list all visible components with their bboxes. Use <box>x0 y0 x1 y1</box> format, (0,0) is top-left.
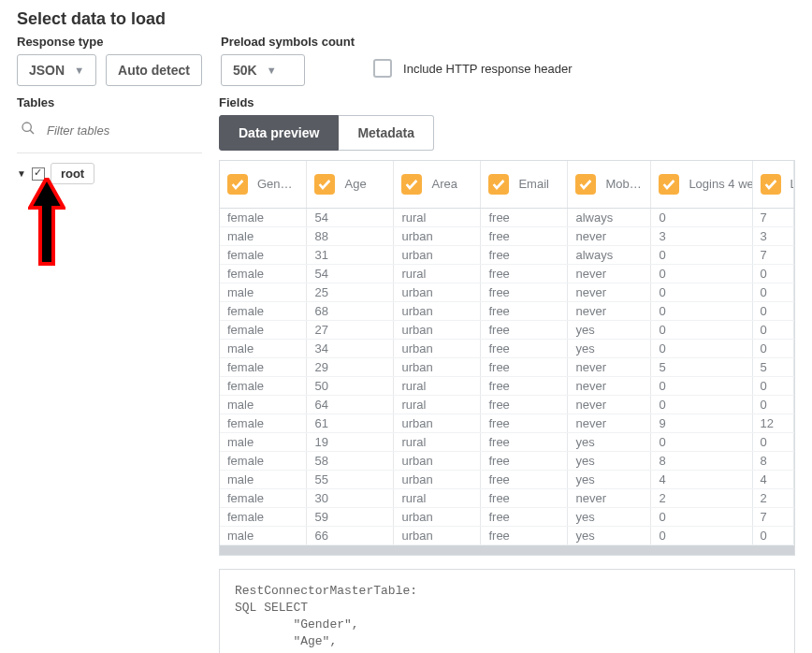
column-checkbox[interactable] <box>659 174 679 195</box>
column-checkbox[interactable] <box>488 174 509 195</box>
table-row: female30ruralfreenever22 <box>220 488 794 507</box>
table-cell: 4 <box>752 470 793 488</box>
column-header[interactable]: Age <box>307 161 394 208</box>
load-script-preview: RestConnectorMasterTable: SQL SELECT "Ge… <box>219 569 795 654</box>
column-header[interactable]: Gen… <box>220 161 307 208</box>
table-cell: 31 <box>307 245 394 264</box>
table-cell: never <box>568 357 651 376</box>
column-checkbox[interactable] <box>761 174 781 195</box>
table-cell: 9 <box>651 414 752 432</box>
table-row: male64ruralfreenever00 <box>220 395 794 414</box>
table-cell: 30 <box>307 488 394 507</box>
table-cell: 61 <box>307 414 394 432</box>
table-cell: never <box>568 376 651 395</box>
table-cell: 5 <box>752 357 793 376</box>
table-cell: free <box>481 414 568 432</box>
auto-detect-button[interactable]: Auto detect <box>106 54 202 86</box>
tab-data-preview[interactable]: Data preview <box>219 115 339 151</box>
table-cell: yes <box>568 451 651 470</box>
table-row: male88urbanfreenever33 <box>220 226 794 245</box>
table-cell: female <box>220 357 307 376</box>
table-row: female68urbanfreenever00 <box>220 301 794 320</box>
table-cell: 25 <box>307 283 394 301</box>
table-cell: free <box>481 451 568 470</box>
table-cell: 0 <box>752 301 793 320</box>
table-cell: female <box>220 301 307 320</box>
svg-line-1 <box>30 130 34 134</box>
root-checkbox[interactable] <box>32 167 45 181</box>
http-header-checkbox[interactable] <box>373 59 392 78</box>
fields-label: Fields <box>219 95 795 109</box>
table-cell: 58 <box>307 451 394 470</box>
preload-count-select[interactable]: 50K ▼ <box>221 54 305 86</box>
column-checkbox[interactable] <box>575 174 596 195</box>
tab-metadata[interactable]: Metadata <box>339 115 434 151</box>
column-checkbox[interactable] <box>227 174 248 195</box>
table-cell: female <box>220 414 307 432</box>
column-checkbox[interactable] <box>401 174 422 195</box>
table-cell: 54 <box>307 208 394 226</box>
table-cell: 0 <box>752 320 793 339</box>
table-cell: female <box>220 488 307 507</box>
table-cell: rural <box>394 264 481 283</box>
http-header-label: Include HTTP response header <box>403 62 572 76</box>
filter-tables-input[interactable] <box>45 123 176 138</box>
table-cell: 0 <box>752 395 793 414</box>
table-cell: 55 <box>307 470 394 488</box>
table-cell: never <box>568 301 651 320</box>
column-header[interactable]: Email <box>481 161 568 208</box>
table-cell: 0 <box>651 208 752 226</box>
column-header[interactable]: Mob… <box>568 161 651 208</box>
search-icon <box>21 121 36 139</box>
tables-label: Tables <box>17 95 202 109</box>
table-cell: 4 <box>651 470 752 488</box>
table-row: female29urbanfreenever55 <box>220 357 794 376</box>
table-cell: male <box>220 339 307 357</box>
table-cell: urban <box>394 245 481 264</box>
table-cell: rural <box>394 395 481 414</box>
table-cell: 0 <box>651 376 752 395</box>
table-cell: yes <box>568 432 651 451</box>
table-cell: urban <box>394 507 481 526</box>
table-cell: 12 <box>752 414 793 432</box>
table-cell: 3 <box>752 226 793 245</box>
column-header-label: L <box>790 177 794 191</box>
column-header[interactable]: L <box>752 161 793 208</box>
table-cell: always <box>568 245 651 264</box>
table-row: female61urbanfreenever912 <box>220 414 794 432</box>
tree-toggle-icon[interactable]: ▼ <box>17 168 26 179</box>
table-cell: never <box>568 414 651 432</box>
table-cell: never <box>568 395 651 414</box>
table-cell: urban <box>394 470 481 488</box>
table-cell: 29 <box>307 357 394 376</box>
table-cell: urban <box>394 339 481 357</box>
table-cell: 0 <box>651 264 752 283</box>
column-checkbox[interactable] <box>314 174 335 195</box>
table-cell: free <box>481 488 568 507</box>
column-header[interactable]: Area <box>394 161 481 208</box>
table-cell: free <box>481 395 568 414</box>
table-cell: female <box>220 264 307 283</box>
table-cell: male <box>220 395 307 414</box>
table-cell: never <box>568 264 651 283</box>
table-root[interactable]: root <box>51 163 94 184</box>
table-row: female31urbanfreealways07 <box>220 245 794 264</box>
table-cell: urban <box>394 283 481 301</box>
response-type-select[interactable]: JSON ▼ <box>17 54 96 86</box>
table-cell: female <box>220 376 307 395</box>
table-cell: male <box>220 226 307 245</box>
table-cell: rural <box>394 488 481 507</box>
table-cell: urban <box>394 414 481 432</box>
horizontal-scrollbar[interactable] <box>220 545 794 555</box>
table-row: female27urbanfreeyes00 <box>220 320 794 339</box>
table-cell: urban <box>394 357 481 376</box>
table-cell: female <box>220 208 307 226</box>
table-cell: free <box>481 339 568 357</box>
table-cell: 0 <box>752 526 793 544</box>
column-header[interactable]: Logins 4 wee… <box>651 161 752 208</box>
table-cell: 8 <box>651 451 752 470</box>
table-cell: urban <box>394 301 481 320</box>
table-cell: 0 <box>651 526 752 544</box>
table-cell: 2 <box>752 488 793 507</box>
svg-point-0 <box>22 123 31 131</box>
